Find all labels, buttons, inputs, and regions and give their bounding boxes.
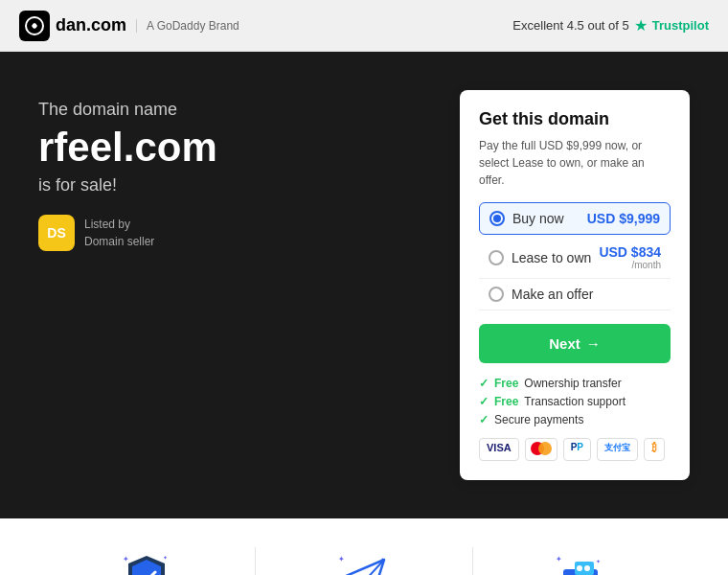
plane-icon: ✦ ✦ <box>333 547 395 575</box>
feature-buyer-protection: ✦ ✦ ✦ Buyer Protectionprogram <box>38 547 256 575</box>
logo-text: dan.com <box>56 15 126 35</box>
features-row: ✦ ✦ ✦ Buyer Protectionprogram <box>38 547 690 575</box>
trustpilot-label: Trustpilot <box>652 18 709 33</box>
seller-info: DS Listed by Domain seller <box>38 215 217 251</box>
hero-subtitle: The domain name <box>38 100 217 120</box>
paypal-icon: PP <box>563 438 591 461</box>
hero-left: The domain name rfeel.com is for sale! D… <box>38 90 217 251</box>
option-buy-now[interactable]: Buy now USD $9,999 <box>479 202 671 235</box>
option-buy-price: USD $9,999 <box>587 211 660 226</box>
payment-icons: VISA PP 支付宝 ₿ <box>479 438 671 461</box>
feature-transaction: ✓ Free Transaction support <box>479 395 671 408</box>
hero-section: The domain name rfeel.com is for sale! D… <box>0 52 728 518</box>
radio-offer[interactable] <box>489 287 504 302</box>
trustpilot-text: Excellent 4.5 out of 5 <box>512 18 628 33</box>
option-lease-price: USD $834/month <box>599 244 661 270</box>
option-offer-label: Make an offer <box>512 287 593 302</box>
seller-avatar: DS <box>38 215 75 251</box>
logo-icon <box>19 11 50 41</box>
bitcoin-icon: ₿ <box>644 438 665 461</box>
header-left: dan.com A GoDaddy Brand <box>19 11 239 41</box>
trustpilot: Excellent 4.5 out of 5 ★ Trustpilot <box>512 16 709 34</box>
domain-card: Get this domain Pay the full USD $9,999 … <box>460 90 690 480</box>
option-buy-label: Buy now <box>512 211 564 226</box>
card-features: ✓ Free Ownership transfer ✓ Free Transac… <box>479 377 671 426</box>
svg-text:✦: ✦ <box>123 555 129 564</box>
next-button[interactable]: Next → <box>479 324 671 363</box>
feature-payments: ✦ ✦ Hassle freepayments <box>473 547 690 575</box>
option-offer[interactable]: Make an offer <box>479 279 671 310</box>
svg-text:✦: ✦ <box>596 559 601 564</box>
card-title: Get this domain <box>479 109 671 129</box>
feature-secure: ✓ Secure payments <box>479 413 671 426</box>
shield-icon: ✦ ✦ ✦ <box>116 547 177 575</box>
radio-lease[interactable] <box>489 250 504 265</box>
arrow-icon: → <box>586 335 601 352</box>
radio-buy[interactable] <box>489 211 505 226</box>
svg-text:✦: ✦ <box>338 555 345 564</box>
main-left: ✦ ✦ ✦ Buyer Protectionprogram <box>38 547 690 575</box>
main-content: ✦ ✦ ✦ Buyer Protectionprogram <box>0 518 728 575</box>
godaddy-brand: A GoDaddy Brand <box>136 19 239 33</box>
card-subtitle: Pay the full USD $9,999 now, or select L… <box>479 137 671 189</box>
svg-text:✦: ✦ <box>556 555 562 564</box>
svg-text:✦: ✦ <box>163 555 168 561</box>
visa-icon: VISA <box>479 438 519 461</box>
option-lease-label: Lease to own <box>512 250 591 265</box>
feature-transfers: ✦ ✦ Fast & easytransfers <box>256 547 473 575</box>
seller-text: Listed by Domain seller <box>84 216 154 250</box>
hero-domain: rfeel.com <box>38 126 217 170</box>
option-lease[interactable]: Lease to own USD $834/month <box>479 237 671 279</box>
hero-for-sale: is for sale! <box>38 175 217 196</box>
feature-ownership: ✓ Free Ownership transfer <box>479 377 671 390</box>
header: dan.com A GoDaddy Brand Excellent 4.5 ou… <box>0 0 728 52</box>
svg-point-16 <box>584 565 590 571</box>
mastercard-icon <box>525 438 557 461</box>
svg-point-15 <box>577 565 582 571</box>
lease-sub: /month <box>599 260 661 270</box>
logo[interactable]: dan.com <box>19 11 126 41</box>
trustpilot-stars: ★ <box>634 16 648 34</box>
payment-icon: ✦ ✦ <box>551 547 612 575</box>
alipay-icon: 支付宝 <box>597 438 638 461</box>
